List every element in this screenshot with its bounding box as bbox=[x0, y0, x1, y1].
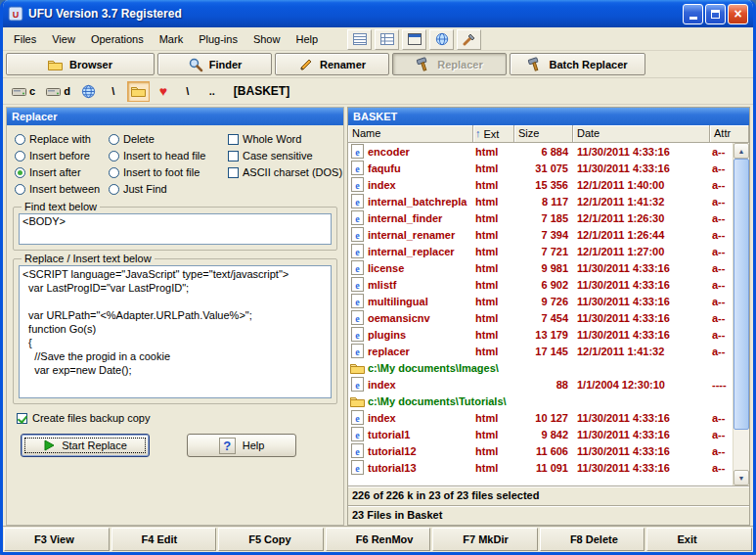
table-row[interactable]: einternal_replacerhtml7 72112/1/2011 1:2… bbox=[348, 243, 733, 259]
scrollbar-thumb[interactable] bbox=[734, 159, 749, 430]
option-replace-with[interactable]: Replace with bbox=[15, 131, 109, 147]
html-file-icon: e bbox=[350, 161, 365, 175]
menu-item-help[interactable]: Help bbox=[288, 29, 326, 49]
table-row[interactable]: eindex881/1/2004 12:30:10---- bbox=[348, 376, 733, 393]
radio-insert-to-head-file[interactable] bbox=[109, 151, 119, 162]
tab-batch-replacer[interactable]: Batch Replacer bbox=[510, 53, 645, 75]
option-insert-after[interactable]: Insert after bbox=[15, 164, 109, 180]
table-row[interactable]: elicensehtml9 98111/30/2011 4:33:16a-- bbox=[348, 259, 733, 276]
option-insert-before[interactable]: Insert before bbox=[15, 148, 109, 163]
column-header-ext[interactable]: ↑ Ext bbox=[473, 125, 514, 143]
backup-checkbox[interactable] bbox=[17, 413, 27, 424]
menu-item-operations[interactable]: Operations bbox=[83, 29, 152, 49]
table-row[interactable]: etutorial13html11 09111/30/2011 4:33:16a… bbox=[348, 459, 733, 476]
radio-insert-between[interactable] bbox=[15, 184, 25, 195]
fn-f8-delete-button[interactable]: F8 Delete bbox=[540, 528, 645, 551]
fn-f4-edit-button[interactable]: F4 Edit bbox=[111, 528, 217, 551]
menu-item-view[interactable]: View bbox=[44, 29, 83, 49]
option-delete[interactable]: Delete bbox=[109, 131, 228, 147]
fn-exit-button[interactable]: Exit bbox=[646, 528, 752, 551]
internet-icon[interactable] bbox=[429, 29, 454, 50]
drive-c-button[interactable]: c bbox=[8, 81, 39, 102]
table-row[interactable]: emlistfhtml6 90211/30/2011 4:33:16a-- bbox=[348, 276, 733, 293]
title-bar[interactable]: U UFU Version 3.7 Registered × bbox=[3, 0, 753, 27]
replace-text-input[interactable]: <SCRIPT language="JavaScript" type="text… bbox=[19, 265, 332, 398]
html-file-icon: e bbox=[350, 443, 365, 458]
list-view-icon[interactable] bbox=[375, 29, 399, 50]
option-insert-to-head-file[interactable]: Insert to head file bbox=[109, 148, 228, 163]
option-ascii-charset-dos[interactable]: ASCII charset (DOS) bbox=[228, 164, 341, 180]
backslash-button[interactable]: \ bbox=[177, 81, 199, 102]
file-attr: a-- bbox=[710, 146, 733, 158]
tab-replacer[interactable]: Replacer bbox=[392, 53, 507, 75]
scroll-up-button[interactable]: ▲ bbox=[734, 143, 749, 159]
html-file-icon: e bbox=[350, 460, 365, 475]
checkbox-case-sensitive[interactable] bbox=[228, 151, 239, 162]
table-row[interactable]: epluginshtml13 17911/30/2011 4:33:16a-- bbox=[348, 326, 733, 343]
table-row[interactable]: einternal_finderhtml7 18512/1/2011 1:26:… bbox=[348, 209, 733, 226]
maximize-button[interactable] bbox=[705, 4, 726, 24]
menu-item-mark[interactable]: Mark bbox=[152, 29, 191, 49]
option-case-sensitive[interactable]: Case sensitive bbox=[228, 148, 341, 163]
app-window: U UFU Version 3.7 Registered × FilesView… bbox=[0, 0, 756, 555]
option-whole-word[interactable]: Whole Word bbox=[228, 131, 341, 147]
menu-item-plug-ins[interactable]: Plug-ins bbox=[191, 29, 245, 49]
start-replace-button[interactable]: Start Replace bbox=[21, 434, 150, 457]
fn-f6-renmov-button[interactable]: F6 RenMov bbox=[326, 528, 431, 551]
details-view-icon[interactable] bbox=[347, 29, 372, 50]
table-row[interactable]: eencoderhtml6 88411/30/2011 4:33:16a-- bbox=[348, 143, 733, 160]
parent-dir-button[interactable]: .. bbox=[201, 81, 223, 102]
checkbox-whole-word[interactable] bbox=[228, 134, 239, 145]
radio-insert-before[interactable] bbox=[15, 151, 25, 162]
fn-f5-copy-button[interactable]: F5 Copy bbox=[218, 528, 324, 551]
brush-icon[interactable] bbox=[457, 29, 481, 50]
column-header-name[interactable]: Name bbox=[348, 125, 473, 143]
table-row[interactable]: einternal_batchreplahtml8 11712/1/2011 1… bbox=[348, 193, 733, 209]
table-row[interactable]: ereplacerhtml17 14512/1/2011 1:41:32a-- bbox=[348, 343, 733, 359]
network-button[interactable] bbox=[77, 81, 100, 102]
column-header-size[interactable]: Size bbox=[514, 125, 573, 143]
menu-item-files[interactable]: Files bbox=[6, 29, 44, 49]
scroll-down-button[interactable]: ▼ bbox=[734, 470, 749, 486]
backup-checkbox-row[interactable]: Create files backup copy bbox=[17, 412, 343, 424]
find-text-input[interactable]: <BODY> bbox=[19, 213, 332, 245]
radio-insert-after[interactable] bbox=[15, 167, 25, 178]
scrollbar-track[interactable] bbox=[734, 159, 749, 470]
vertical-scrollbar[interactable]: ▲ ▼ bbox=[733, 143, 749, 486]
menu-item-show[interactable]: Show bbox=[245, 29, 289, 49]
option-insert-between[interactable]: Insert between bbox=[15, 181, 109, 197]
table-row-folder[interactable]: c:\My documents\Images\ bbox=[348, 359, 733, 376]
tab-finder[interactable]: Finder bbox=[157, 53, 272, 75]
fn-f7-mkdir-button[interactable]: F7 MkDir bbox=[432, 528, 538, 551]
tab-renamer[interactable]: Renamer bbox=[275, 53, 389, 75]
column-header-attr[interactable]: Attr bbox=[710, 125, 749, 143]
table-row[interactable]: einternal_renamerhtml7 39412/1/2011 1:26… bbox=[348, 226, 733, 243]
tab-browser[interactable]: Browser bbox=[6, 53, 155, 75]
help-button[interactable]: ? Help bbox=[187, 434, 296, 457]
radio-just-find[interactable] bbox=[109, 184, 119, 195]
table-row[interactable]: etutorial1html9 84211/30/2011 4:33:16a-- bbox=[348, 426, 733, 442]
table-row[interactable]: eoemansicnvhtml7 45411/30/2011 4:33:16a-… bbox=[348, 309, 733, 326]
table-row[interactable]: etutorial12html11 60611/30/2011 4:33:16a… bbox=[348, 442, 733, 459]
checkbox-ascii-charset-dos[interactable] bbox=[228, 167, 239, 178]
option-just-find[interactable]: Just Find bbox=[109, 181, 228, 197]
drive-d-button[interactable]: d bbox=[42, 81, 74, 102]
minimize-button[interactable] bbox=[683, 4, 703, 24]
close-button[interactable]: × bbox=[728, 4, 748, 24]
table-row[interactable]: efaqufuhtml31 07511/30/2011 4:33:16a-- bbox=[348, 160, 733, 176]
favorites-button[interactable]: ♥ bbox=[153, 81, 174, 102]
table-row[interactable]: emultilingualhtml9 72611/30/2011 4:33:16… bbox=[348, 293, 733, 309]
file-attr: a-- bbox=[710, 346, 733, 357]
basket-button[interactable] bbox=[127, 81, 150, 102]
radio-replace-with[interactable] bbox=[15, 134, 25, 145]
fn-f3-view-button[interactable]: F3 View bbox=[4, 528, 110, 551]
radio-insert-to-foot-file[interactable] bbox=[109, 167, 119, 178]
table-row-folder[interactable]: c:\My documents\Tutorials\ bbox=[348, 393, 733, 409]
table-row[interactable]: eindexhtml15 35612/1/2011 1:40:00a-- bbox=[348, 176, 733, 193]
radio-delete[interactable] bbox=[109, 134, 119, 145]
window-style-icon[interactable] bbox=[402, 29, 426, 50]
table-row[interactable]: eindexhtml10 12711/30/2011 4:33:16a-- bbox=[348, 409, 733, 426]
column-header-date[interactable]: Date bbox=[573, 125, 710, 143]
option-insert-to-foot-file[interactable]: Insert to foot file bbox=[109, 164, 228, 180]
root-button[interactable]: \ bbox=[103, 81, 124, 102]
